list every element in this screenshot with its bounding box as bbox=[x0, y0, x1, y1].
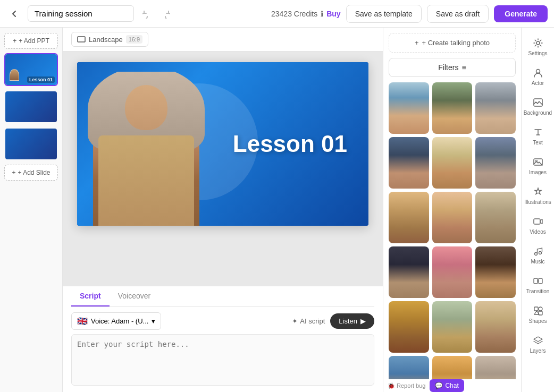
topbar: 23423 Credits ℹ Buy Save as template Sav… bbox=[0, 0, 554, 28]
redo-button[interactable] bbox=[157, 6, 173, 22]
save-draft-button[interactable]: Save as draft bbox=[427, 5, 489, 23]
actor-label: Actor bbox=[532, 80, 544, 86]
listen-button[interactable]: Listen ▶ bbox=[330, 313, 374, 329]
report-bug-button[interactable]: 🐞 Report bug bbox=[383, 379, 430, 392]
chat-button[interactable]: 💬 Chat bbox=[430, 379, 464, 392]
sidebar-item-videos[interactable]: Videos bbox=[524, 211, 552, 239]
filters-button[interactable]: Filters ≡ bbox=[389, 58, 516, 77]
actors-panel: + + Create talking photo Filters ≡ bbox=[383, 28, 521, 392]
credits-info-icon: ℹ bbox=[321, 10, 323, 18]
music-icon bbox=[532, 245, 544, 257]
actor-card-4[interactable] bbox=[389, 137, 429, 189]
actor-card-3[interactable] bbox=[475, 82, 516, 134]
bottom-action-bar: 🐞 Report bug 💬 Chat bbox=[383, 379, 521, 392]
transition-label: Transition bbox=[526, 288, 550, 294]
svg-rect-9 bbox=[534, 278, 538, 284]
sidebar-item-illustrations[interactable]: Illustrations bbox=[524, 182, 552, 209]
layers-icon bbox=[532, 335, 544, 346]
text-label: Text bbox=[533, 140, 542, 146]
landscape-label: Landscape bbox=[89, 36, 123, 44]
sidebar-item-text[interactable]: Text bbox=[524, 122, 552, 150]
listen-play-icon: ▶ bbox=[360, 317, 366, 325]
script-tabs: Script Voiceover bbox=[71, 286, 374, 307]
save-template-button[interactable]: Save as template bbox=[346, 5, 422, 23]
actor-card-12[interactable] bbox=[475, 246, 516, 298]
svg-rect-6 bbox=[534, 219, 540, 224]
actor-card-13[interactable] bbox=[389, 301, 429, 353]
credits-display: 23423 Credits ℹ Buy bbox=[271, 10, 341, 18]
videos-label: Videos bbox=[530, 229, 545, 235]
voice-name: Voice: Adam - (U... bbox=[91, 317, 148, 325]
add-slide-icon: + bbox=[12, 169, 15, 176]
undo-button[interactable] bbox=[139, 6, 155, 22]
actor-card-5[interactable] bbox=[432, 137, 473, 189]
add-slide-button[interactable]: + + Add Slide bbox=[4, 165, 58, 181]
actor-card-14[interactable] bbox=[432, 301, 473, 353]
script-area: Script Voiceover 🇬🇧 Voice: Adam - (U... … bbox=[63, 286, 383, 392]
aspect-ratio-button[interactable]: Landscape 16:9 bbox=[71, 32, 148, 47]
right-sidebar: Settings Actor Background bbox=[521, 28, 554, 392]
slide-thumbnail-2[interactable] bbox=[4, 90, 58, 123]
chat-label: Chat bbox=[445, 382, 458, 389]
tab-script[interactable]: Script bbox=[71, 286, 110, 306]
svg-point-12 bbox=[539, 307, 542, 311]
actor-card-9[interactable] bbox=[475, 192, 516, 243]
sidebar-item-music[interactable]: Music bbox=[524, 241, 552, 269]
slide-thumbnail-1[interactable]: Lesson 01 bbox=[4, 53, 58, 86]
slide-thumbnail-3[interactable] bbox=[4, 127, 58, 160]
svg-point-1 bbox=[536, 41, 540, 45]
actor-card-8[interactable] bbox=[432, 192, 473, 243]
shapes-label: Shapes bbox=[529, 318, 547, 324]
script-textarea[interactable] bbox=[71, 334, 374, 386]
sidebar-item-settings[interactable]: Settings bbox=[524, 33, 552, 61]
add-slide-label: + Add Slide bbox=[18, 169, 50, 176]
actor-card-18[interactable] bbox=[475, 356, 516, 379]
images-label: Images bbox=[529, 169, 547, 175]
create-talking-icon: + bbox=[415, 39, 419, 47]
actor-card-6[interactable] bbox=[475, 137, 516, 189]
actor-card-16[interactable] bbox=[389, 356, 429, 379]
illustrations-label: Illustrations bbox=[524, 199, 551, 205]
background-label: Background bbox=[524, 110, 552, 116]
svg-rect-10 bbox=[539, 278, 542, 284]
project-title-input[interactable] bbox=[28, 5, 134, 22]
actor-card-10[interactable] bbox=[389, 246, 429, 298]
actor-card-7[interactable] bbox=[389, 192, 429, 243]
sidebar-item-actor[interactable]: Actor bbox=[524, 63, 552, 90]
tab-voiceover[interactable]: Voiceover bbox=[110, 286, 159, 306]
buy-credits-link[interactable]: Buy bbox=[326, 10, 340, 18]
filters-label: Filters bbox=[438, 63, 458, 72]
back-button[interactable] bbox=[6, 6, 22, 22]
add-ppt-button[interactable]: + + Add PPT bbox=[4, 33, 58, 49]
sidebar-item-shapes[interactable]: Shapes bbox=[524, 301, 552, 328]
generate-button[interactable]: Generate bbox=[494, 5, 548, 22]
sidebar-item-images[interactable]: Images bbox=[524, 152, 552, 180]
actors-panel-inner: + + Create talking photo Filters ≡ bbox=[383, 28, 521, 379]
slide-title: Lesson 01 bbox=[233, 131, 347, 157]
canvas-toolbar: Landscape 16:9 bbox=[63, 28, 383, 52]
ai-script-button[interactable]: ✦ AI script bbox=[292, 317, 325, 325]
create-talking-label: + Create talking photo bbox=[422, 39, 490, 47]
canvas-wrapper: Lesson 01 bbox=[63, 52, 383, 286]
filters-icon: ≡ bbox=[461, 63, 466, 72]
videos-icon bbox=[532, 216, 544, 227]
voice-selector[interactable]: 🇬🇧 Voice: Adam - (U... ▾ bbox=[71, 312, 161, 330]
actor-card-2[interactable] bbox=[432, 82, 473, 134]
actor-card-15[interactable] bbox=[475, 301, 516, 353]
actor-card-1[interactable] bbox=[389, 82, 429, 134]
actor-icon bbox=[532, 67, 544, 79]
canvas-slide[interactable]: Lesson 01 bbox=[77, 62, 368, 226]
actor-card-17[interactable] bbox=[432, 356, 473, 379]
svg-point-8 bbox=[539, 252, 541, 254]
sidebar-item-transition[interactable]: Transition bbox=[524, 271, 552, 299]
actor-card-11[interactable] bbox=[432, 246, 473, 298]
aspect-ratio-badge: 16:9 bbox=[126, 35, 142, 44]
sidebar-item-layers[interactable]: Layers bbox=[524, 330, 552, 358]
report-bug-icon: 🐞 bbox=[388, 382, 395, 389]
voice-dropdown-icon: ▾ bbox=[152, 317, 155, 325]
actor-on-slide bbox=[88, 72, 205, 226]
create-talking-photo-button[interactable]: + + Create talking photo bbox=[389, 33, 516, 53]
ai-script-sparkle-icon: ✦ bbox=[292, 317, 298, 325]
sidebar-item-background[interactable]: Background bbox=[524, 92, 552, 120]
ai-script-label: AI script bbox=[300, 317, 325, 325]
